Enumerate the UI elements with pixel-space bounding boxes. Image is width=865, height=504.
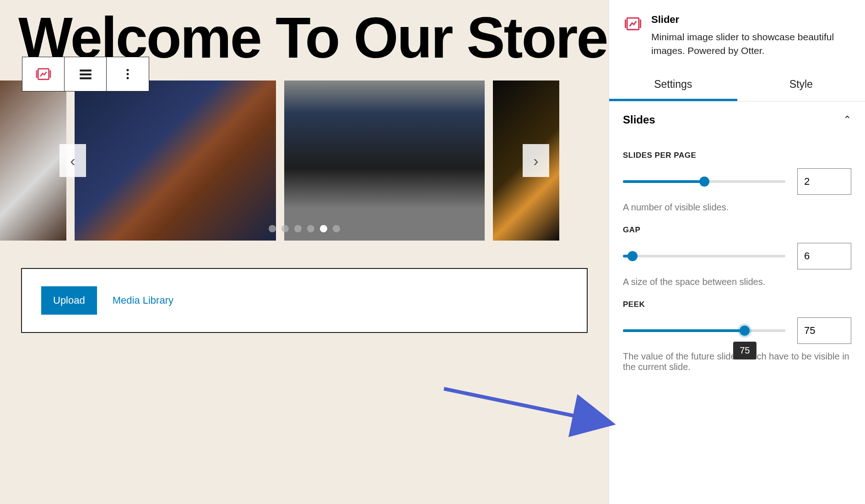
panel-slides: Slides ⌃ Slides Per Page A number of vis… [609, 102, 865, 379]
svg-rect-3 [80, 77, 92, 79]
gap-slider[interactable] [623, 252, 785, 261]
svg-rect-2 [80, 74, 92, 75]
block-name: Slider [651, 14, 851, 26]
align-icon [78, 66, 93, 82]
block-type-button[interactable] [22, 57, 65, 91]
slide-1 [75, 80, 276, 241]
block-description: Minimal image slider to showcase beautif… [651, 30, 851, 58]
control-help: A size of the space between slides. [623, 277, 851, 287]
slider-dot-active[interactable] [320, 225, 327, 232]
annotation-arrow [439, 384, 622, 439]
control-label: Slides Per Page [623, 151, 851, 160]
svg-point-6 [127, 77, 129, 79]
slider-dot[interactable] [307, 225, 314, 232]
slide-peek-left [0, 80, 66, 241]
panel-toggle[interactable]: Slides ⌃ [623, 102, 851, 138]
panel-title: Slides [623, 113, 655, 126]
slider-block[interactable]: ‹ › [0, 80, 609, 241]
upload-button[interactable]: Upload [41, 286, 97, 315]
block-toolbar [22, 57, 149, 91]
slider-next-button[interactable]: › [523, 144, 549, 177]
editor-canvas: Welcome To Our Store ‹ › [0, 0, 609, 504]
tab-settings[interactable]: Settings [609, 70, 737, 101]
block-card: Slider Minimal image slider to showcase … [609, 0, 865, 70]
svg-point-4 [127, 69, 129, 71]
align-button[interactable] [65, 57, 107, 91]
control-label: Peek [623, 300, 851, 309]
svg-line-7 [444, 389, 609, 423]
slider-dots [269, 225, 340, 232]
svg-point-5 [127, 73, 129, 75]
slider-tooltip: 75 [733, 342, 756, 359]
control-help: A number of visible slides. [623, 202, 851, 213]
svg-rect-1 [80, 70, 92, 71]
slider-dot[interactable] [281, 225, 289, 232]
tab-style[interactable]: Style [737, 70, 865, 101]
more-options-button[interactable] [107, 57, 149, 91]
chevron-up-icon: ⌃ [843, 114, 851, 126]
slider-dot[interactable] [294, 225, 302, 232]
media-placeholder: Upload Media Library [21, 268, 588, 333]
peek-slider[interactable]: 75 [623, 326, 785, 335]
slider-icon [623, 14, 643, 34]
slides-per-page-input[interactable] [797, 168, 851, 195]
inspector-sidebar: Slider Minimal image slider to showcase … [609, 0, 865, 504]
control-peek: Peek 75 The value of the future slides w… [623, 300, 851, 372]
gap-input[interactable] [797, 243, 851, 269]
control-gap: Gap A size of the space between slides. [623, 225, 851, 287]
media-library-link[interactable]: Media Library [113, 295, 173, 306]
control-label: Gap [623, 225, 851, 235]
slider-icon [34, 65, 53, 83]
control-slides-per-page: Slides Per Page A number of visible slid… [623, 151, 851, 213]
inspector-tabs: Settings Style [609, 70, 865, 102]
peek-input[interactable] [797, 317, 851, 344]
slide-2 [284, 80, 485, 241]
slider-dot[interactable] [269, 225, 276, 232]
slider-dot[interactable] [333, 225, 340, 232]
slider-prev-button[interactable]: ‹ [59, 144, 86, 177]
slides-per-page-slider[interactable] [623, 177, 785, 186]
more-vertical-icon [121, 67, 135, 81]
